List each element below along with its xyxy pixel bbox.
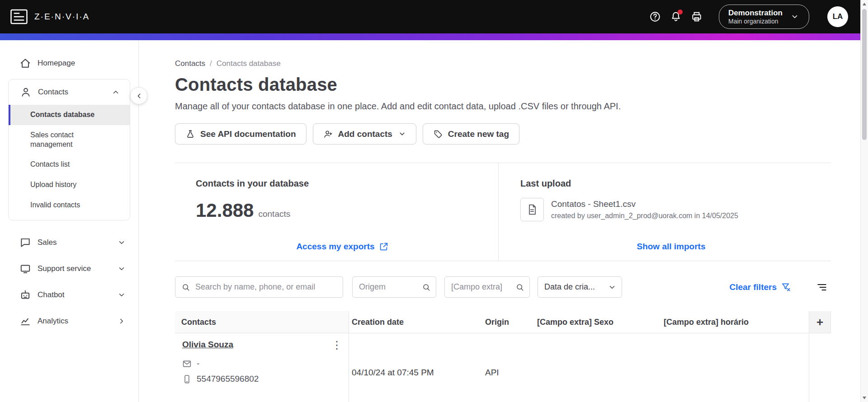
card-title: Contacts in your database xyxy=(196,178,489,189)
button-label: Clear filters xyxy=(729,282,777,292)
creation-date-cell: 04/10/24 at 07:45 PM xyxy=(349,333,482,402)
filter-settings-button[interactable] xyxy=(813,278,831,296)
origem-input[interactable] xyxy=(352,276,436,298)
breadcrumb-contacts[interactable]: Contacts xyxy=(175,59,205,68)
organization-texts: Demonstration Main organization xyxy=(728,8,783,26)
chevron-right-icon xyxy=(118,317,126,325)
link-label: Show all imports xyxy=(637,242,705,252)
topbar: Z·E·N·V·I·A Demonstration Main organizat… xyxy=(0,0,868,33)
scrollbar-thumb[interactable] xyxy=(862,9,867,140)
zenvia-logo-icon xyxy=(10,8,28,26)
sidebar-item-support-service[interactable]: Support service xyxy=(0,256,138,282)
upload-file-name: Contatos - Sheet1.csv xyxy=(551,199,738,209)
envelope-icon xyxy=(182,359,192,369)
organization-name: Demonstration xyxy=(728,8,783,18)
brand-text: Z·E·N·V·I·A xyxy=(34,12,90,22)
table-header-row: Contacts Creation date Origin [Campo ext… xyxy=(175,311,831,333)
contacts-table: Contacts Creation date Origin [Campo ext… xyxy=(175,311,831,402)
help-icon xyxy=(649,11,661,23)
sidebar-item-label: Sales xyxy=(38,238,111,247)
stats-panel: Contacts in your database 12.888 contact… xyxy=(175,163,831,261)
breadcrumb: Contacts / Contacts database xyxy=(175,59,831,68)
access-my-exports-link[interactable]: Access my exports xyxy=(296,242,388,252)
show-all-imports-link[interactable]: Show all imports xyxy=(637,242,705,252)
chat-bubble-icon xyxy=(19,237,31,248)
sidebar-item-analytics[interactable]: Analytics xyxy=(0,308,138,334)
card-title: Last upload xyxy=(520,178,822,189)
chevron-down-icon xyxy=(397,130,406,138)
add-contacts-button[interactable]: Add contacts xyxy=(313,123,416,145)
sidebar-item-contacts-database[interactable]: Contacts database xyxy=(9,105,130,125)
create-new-tag-button[interactable]: Create new tag xyxy=(423,123,519,145)
column-header-campo-horario: [Campo extra] horário xyxy=(661,311,809,333)
chevron-down-icon xyxy=(118,291,126,299)
sidebar-item-invalid-contacts[interactable]: Invalid contacts xyxy=(9,195,130,215)
column-header-origin: Origin xyxy=(482,318,534,327)
page-subtitle: Manage all of your contacts database in … xyxy=(175,101,831,112)
contact-cell: Olivia Souza ⋮ - 5547965596802 xyxy=(175,333,349,402)
chevron-down-icon xyxy=(118,265,126,273)
brand[interactable]: Z·E·N·V·I·A xyxy=(10,8,90,26)
page-title: Contacts database xyxy=(175,75,831,95)
scrollbar-down-arrow[interactable] xyxy=(863,397,866,399)
campo-sexo-cell xyxy=(534,333,661,402)
help-button[interactable] xyxy=(645,6,665,27)
sidebar-item-label: Support service xyxy=(38,264,111,273)
export-icon xyxy=(379,242,389,252)
filters-bar: Data de cria... Clear filters xyxy=(175,276,831,298)
sidebar-item-homepage[interactable]: Homepage xyxy=(0,50,138,76)
contact-name-link[interactable]: Olivia Souza xyxy=(182,340,233,349)
tag-icon xyxy=(433,129,443,139)
sidebar-item-label: Analytics xyxy=(38,317,111,326)
button-label: Add contacts xyxy=(338,129,392,139)
add-column-button[interactable]: + xyxy=(809,311,831,333)
contacts-count-card: Contacts in your database 12.888 contact… xyxy=(175,163,499,261)
creation-date-select[interactable]: Data de cria... xyxy=(538,276,622,298)
page-actions: See API documentation Add contacts Creat… xyxy=(175,123,831,145)
robot-icon xyxy=(19,289,31,301)
sidebar: Homepage Contacts Contacts database Sale… xyxy=(0,40,139,402)
sidebar-collapse-button[interactable] xyxy=(130,87,147,104)
mobile-phone-icon xyxy=(182,374,192,384)
campo-extra-field-wrap xyxy=(444,276,530,298)
topbar-right: Demonstration Main organization LA xyxy=(645,5,848,29)
chevron-left-icon xyxy=(135,92,143,100)
contacts-count-value: 12.888 xyxy=(196,200,254,221)
notifications-button[interactable] xyxy=(665,6,686,27)
sidebar-item-sales[interactable]: Sales xyxy=(0,229,138,256)
sidebar-item-chatbot[interactable]: Chatbot xyxy=(0,282,138,308)
person-icon xyxy=(20,86,32,98)
row-kebab-menu[interactable]: ⋮ xyxy=(328,338,346,352)
vertical-scrollbar[interactable] xyxy=(860,0,868,402)
breadcrumb-contacts-database[interactable]: Contacts database xyxy=(217,59,281,68)
contacts-submenu: Contacts database Sales contact manageme… xyxy=(9,105,130,220)
upload-texts: Contatos - Sheet1.csv created by user_ad… xyxy=(551,199,738,220)
search-field-wrap xyxy=(175,276,343,298)
sidebar-item-upload-history[interactable]: Upload history xyxy=(9,175,130,195)
notification-badge xyxy=(678,9,683,14)
campo-extra-input[interactable] xyxy=(444,276,530,298)
avatar[interactable]: LA xyxy=(827,6,848,27)
contact-phone-line: 5547965596802 xyxy=(182,374,344,384)
funnel-x-icon xyxy=(781,282,791,292)
home-icon xyxy=(19,57,31,69)
origem-field-wrap xyxy=(352,276,436,298)
sidebar-item-sales-contact-management[interactable]: Sales contact management xyxy=(9,125,130,155)
see-api-documentation-button[interactable]: See API documentation xyxy=(175,123,307,145)
search-input[interactable] xyxy=(175,276,343,298)
column-header-campo-sexo: [Campo extra] Sexo xyxy=(534,318,661,327)
monitor-icon xyxy=(19,263,31,275)
printer-icon xyxy=(691,11,703,23)
row-add-column-spacer xyxy=(809,333,831,402)
clear-filters-button[interactable]: Clear filters xyxy=(729,282,791,292)
organization-switcher[interactable]: Demonstration Main organization xyxy=(719,5,809,29)
sidebar-group-contacts: Contacts Contacts database Sales contact… xyxy=(8,79,130,220)
scrollbar-up-arrow[interactable] xyxy=(863,3,866,5)
column-header-contacts: Contacts xyxy=(175,311,349,333)
sidebar-item-contacts-list[interactable]: Contacts list xyxy=(9,154,130,175)
sidebar-item-contacts[interactable]: Contacts xyxy=(9,79,130,105)
column-header-creation-date: Creation date xyxy=(349,318,482,327)
sidebar-item-label: Contacts xyxy=(38,88,105,97)
printer-button[interactable] xyxy=(686,6,707,27)
origin-cell: API xyxy=(482,333,534,402)
